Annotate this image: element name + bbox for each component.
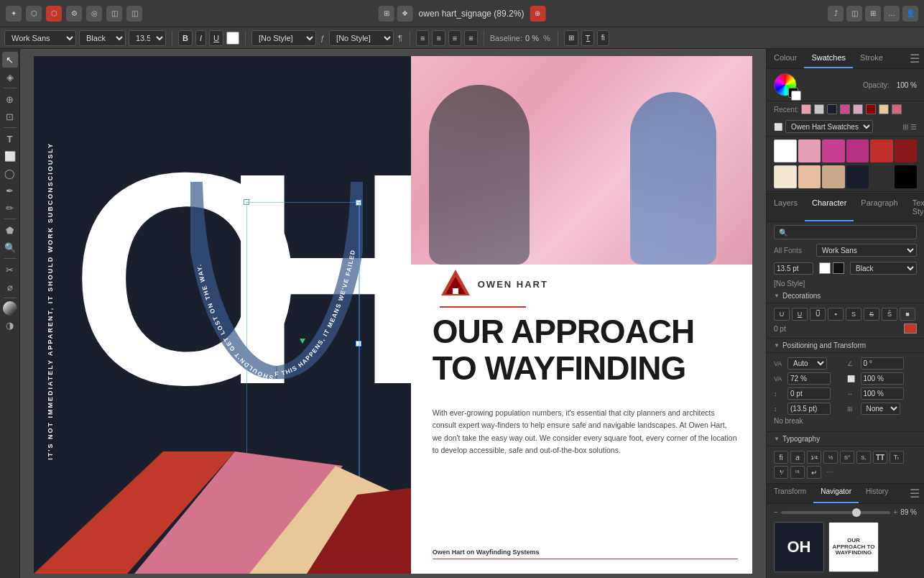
pos-72[interactable]	[787, 372, 831, 385]
typo-super[interactable]: 1⁄4	[807, 451, 821, 464]
select-tool[interactable]: ↖	[2, 52, 18, 68]
deco-s3[interactable]: Ŝ	[882, 308, 897, 321]
typo-frac[interactable]: ⅟	[774, 466, 788, 479]
app-icon-4[interactable]: ⚙	[66, 6, 82, 22]
panel-menu-icon[interactable]: ☰	[905, 49, 924, 68]
frame-tool[interactable]: ⬜	[2, 148, 18, 164]
swatch-pink1[interactable]	[798, 139, 821, 162]
app-icon-2[interactable]: ⬡	[26, 6, 42, 22]
deco-u2[interactable]: U	[792, 308, 808, 321]
knife-tool[interactable]: ⌀	[2, 279, 18, 295]
pencil-tool[interactable]: ✏	[2, 200, 18, 216]
tab-swatches[interactable]: Swatches	[804, 49, 853, 68]
char-size-input[interactable]	[774, 262, 813, 275]
pos-auto-select[interactable]: Auto	[787, 357, 827, 370]
deco-color[interactable]	[904, 324, 917, 334]
typo-half[interactable]: ½	[823, 451, 838, 464]
swatch-sand[interactable]	[798, 165, 821, 188]
color-wheel-container[interactable]	[774, 73, 797, 96]
tool-1[interactable]: ⊕	[530, 6, 545, 22]
tab-colour[interactable]: Colour	[767, 49, 804, 68]
typo-1[interactable]: a	[790, 451, 805, 464]
char-fill-swatch[interactable]	[819, 262, 831, 274]
tab-stroke[interactable]: Stroke	[853, 49, 890, 68]
pos-angle[interactable]	[861, 357, 904, 370]
recent-swatch-1[interactable]	[801, 104, 811, 114]
pos-100-2[interactable]	[861, 387, 904, 400]
font-style-select[interactable]: Black	[79, 30, 126, 46]
tab-history[interactable]: History	[859, 484, 895, 503]
font-select[interactable]: Work Sans	[816, 244, 917, 257]
style-dropdown-2[interactable]: [No Style]	[329, 30, 394, 46]
align-center[interactable]: ≡	[432, 30, 445, 46]
underline-button[interactable]: U	[209, 30, 223, 46]
swatch-beige[interactable]	[774, 165, 797, 188]
swatch-grid-icon[interactable]: ⊞	[902, 123, 908, 131]
tab-transform[interactable]: Transform	[767, 484, 813, 503]
typo-ord[interactable]: S°	[840, 451, 854, 464]
nav-thumb-right[interactable]: OUR APPROACH TO WAYFINDING	[828, 522, 879, 572]
swatch-red[interactable]	[870, 139, 893, 162]
font-family-select[interactable]: Work Sans	[4, 30, 76, 46]
zoom-thumb[interactable]	[852, 508, 861, 517]
swatch-set-select[interactable]: Owen Hart Swatches	[785, 120, 873, 133]
zoom-minus[interactable]: −	[774, 508, 778, 516]
text-opt-3[interactable]: fi	[597, 30, 609, 46]
zoom-tool[interactable]: ⊕	[2, 91, 18, 107]
typo-s2[interactable]: S,	[856, 451, 871, 464]
typo-header[interactable]: ▼ Typography	[767, 432, 924, 446]
swatch-black[interactable]	[895, 165, 918, 188]
layers-icon[interactable]: ◫	[846, 6, 862, 22]
text-tool[interactable]: T	[2, 131, 18, 147]
app-icon-5[interactable]: ◎	[86, 6, 102, 22]
character-search[interactable]	[774, 225, 917, 239]
deco-sq[interactable]: ▪	[828, 308, 844, 321]
gradient-tool[interactable]	[3, 301, 17, 316]
text-color-swatch[interactable]	[226, 32, 239, 45]
pos-100-1[interactable]	[861, 372, 904, 385]
tab-navigator[interactable]: Navigator	[813, 484, 859, 503]
pos-none-select[interactable]: None	[861, 403, 900, 415]
user-icon[interactable]: 👤	[902, 6, 918, 22]
deco-fill[interactable]: ■	[900, 308, 915, 321]
node-tool[interactable]: ◈	[2, 69, 18, 85]
bold-button[interactable]: B	[178, 30, 193, 46]
transparency-tool[interactable]: ◑	[2, 317, 18, 333]
char-style-select[interactable]: Black	[850, 262, 917, 275]
text-opt-2[interactable]: T̲	[581, 30, 594, 46]
deco-u3[interactable]: U̅	[810, 308, 826, 321]
scissors-tool[interactable]: ✂	[2, 262, 18, 277]
style-dropdown-1[interactable]: [No Style]	[251, 30, 316, 46]
deco-u[interactable]: U	[774, 308, 790, 321]
typo-arrow[interactable]: ↵	[807, 466, 821, 479]
align-right[interactable]: ≡	[448, 30, 461, 46]
zoom-plus[interactable]: +	[893, 508, 897, 516]
typo-num[interactable]: ⁰¹	[790, 466, 805, 479]
app-icon-3[interactable]: ⬡	[46, 6, 62, 22]
picker-tool[interactable]: 🔍	[2, 239, 18, 255]
recent-swatch-2[interactable]	[814, 104, 824, 114]
recent-swatch-6[interactable]	[866, 104, 876, 114]
swatch-darkred[interactable]	[895, 139, 918, 162]
recent-swatch-5[interactable]	[853, 104, 863, 114]
share-icon[interactable]: ⤴	[828, 6, 844, 22]
align-left[interactable]: ≡	[416, 30, 429, 46]
swatch-navy[interactable]	[846, 165, 869, 188]
swatch-pink2[interactable]	[822, 139, 845, 162]
swatch-dark[interactable]	[870, 165, 893, 188]
decorations-header[interactable]: ▼ Decorations	[767, 289, 924, 303]
pos-0pt[interactable]	[787, 387, 831, 400]
bottom-menu-icon[interactable]: ☰	[905, 484, 924, 503]
swatch-list-icon[interactable]: ☰	[910, 123, 917, 131]
recent-swatch-8[interactable]	[892, 104, 902, 114]
typo-fi[interactable]: ﬁ	[774, 451, 788, 464]
swatch-tan[interactable]	[822, 165, 845, 188]
background-swatch[interactable]	[791, 91, 801, 101]
align-justify[interactable]: ≡	[464, 30, 477, 46]
pos-header[interactable]: ▼ Positioning and Transform	[767, 339, 924, 353]
grid-icon[interactable]: ⊞	[865, 6, 881, 22]
char-stroke-swatch[interactable]	[833, 262, 844, 274]
tab-paragraph[interactable]: Paragraph	[854, 194, 905, 221]
swatch-pink3[interactable]	[846, 139, 869, 162]
swatch-white[interactable]	[774, 139, 797, 162]
